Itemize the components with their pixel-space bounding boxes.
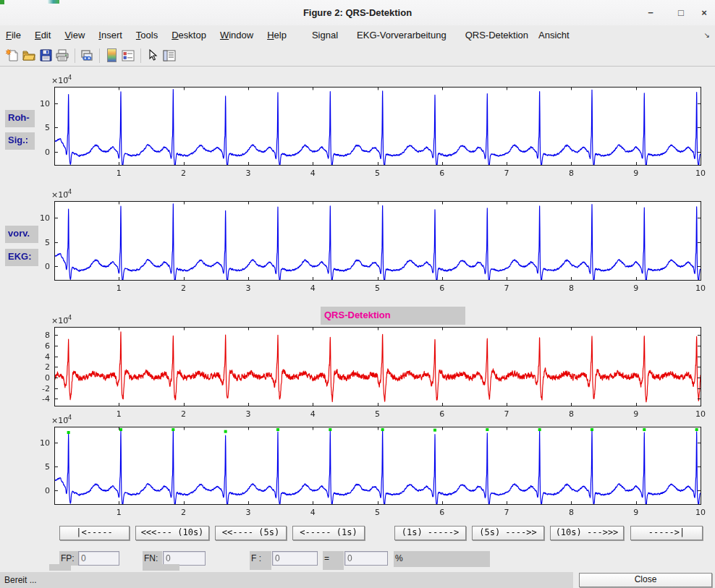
toolbar	[0, 45, 715, 67]
maximize-button[interactable]: □	[673, 0, 689, 25]
nav-forward-5s-button[interactable]: (5s) ---->>	[472, 526, 544, 540]
menu-edit[interactable]: Edit	[35, 30, 51, 41]
status-bar: Bereit ... Close	[0, 572, 715, 588]
menu-ansicht[interactable]: Ansicht	[538, 30, 570, 41]
close-button[interactable]: Close	[579, 573, 712, 587]
nav-forward-1s-button[interactable]: (1s) ----->	[394, 526, 466, 540]
figure-window: Figure 2: QRS-Detektion − □ × File Edit …	[0, 0, 715, 588]
save-icon[interactable]	[38, 48, 54, 64]
fn-input[interactable]	[163, 551, 206, 566]
menu-window[interactable]: Window	[220, 30, 253, 41]
new-document-icon[interactable]	[4, 48, 20, 64]
nav-jump-end-button[interactable]: ----->|	[630, 526, 703, 540]
status-text: Bereit ...	[0, 572, 573, 588]
form-background-patch	[49, 564, 71, 571]
window-title: Figure 2: QRS-Detektion	[0, 0, 715, 25]
f-measure-label: F :	[250, 551, 271, 570]
menu-ekg-vorverarbeitung[interactable]: EKG-Vorverarbeitung	[357, 30, 447, 41]
plot3-title: QRS-Detektion	[321, 307, 465, 325]
legend-icon[interactable]	[120, 48, 136, 64]
toolbar-separator	[75, 48, 75, 63]
menu-desktop[interactable]: Desktop	[172, 30, 206, 41]
figure-area: Roh- Sig.: vorv. EKG: QRS-Detektion |<--…	[0, 67, 715, 572]
form-background-patch	[143, 564, 179, 571]
plot2-label-line2: EKG:	[5, 249, 38, 266]
nav-forward-10s-button[interactable]: (10s) --->>>	[550, 526, 624, 540]
percent-label: %	[394, 551, 490, 567]
fp-label: FP:	[59, 551, 78, 566]
close-window-button[interactable]: ×	[696, 0, 712, 25]
toolbar-separator	[140, 48, 141, 63]
nav-jump-start-button[interactable]: |<-----	[59, 526, 130, 540]
colorbar-icon[interactable]	[103, 48, 119, 64]
plot1-label-line1: Roh-	[5, 110, 35, 127]
edit-plot-arrow-icon[interactable]	[145, 48, 161, 64]
menu-help[interactable]: Help	[267, 30, 287, 41]
menu-bar: File Edit View Insert Tools Desktop Wind…	[0, 25, 715, 45]
f-measure-input[interactable]	[272, 551, 318, 566]
nav-back-5s-button[interactable]: <<---- (5s)	[215, 526, 287, 540]
equals-label: =	[323, 551, 344, 570]
menu-file[interactable]: File	[6, 30, 21, 41]
nav-back-10s-button[interactable]: <<<--- (10s)	[135, 526, 209, 540]
f-percent-input[interactable]	[344, 551, 388, 566]
title-bar: Figure 2: QRS-Detektion − □ ×	[0, 0, 715, 26]
menu-tools[interactable]: Tools	[136, 30, 158, 41]
menu-signal[interactable]: Signal	[312, 30, 338, 41]
link-plots-icon[interactable]	[79, 48, 95, 64]
menu-insert[interactable]: Insert	[98, 30, 122, 41]
menu-qrs-detektion[interactable]: QRS-Detektion	[465, 30, 528, 41]
plot1-label-line2: Sig.:	[5, 132, 35, 150]
menu-view[interactable]: View	[64, 30, 85, 41]
open-folder-icon[interactable]	[21, 48, 37, 64]
menu-overflow-icon[interactable]: ↘	[704, 25, 710, 45]
print-icon[interactable]	[54, 48, 70, 64]
minimize-button[interactable]: −	[643, 0, 659, 25]
property-inspector-icon[interactable]	[161, 48, 177, 64]
fn-label: FN:	[143, 551, 162, 566]
toolbar-separator	[99, 48, 100, 63]
nav-back-1s-button[interactable]: <----- (1s)	[292, 526, 365, 540]
fp-input[interactable]	[78, 551, 119, 566]
plot2-label-line1: vorv.	[5, 226, 38, 243]
